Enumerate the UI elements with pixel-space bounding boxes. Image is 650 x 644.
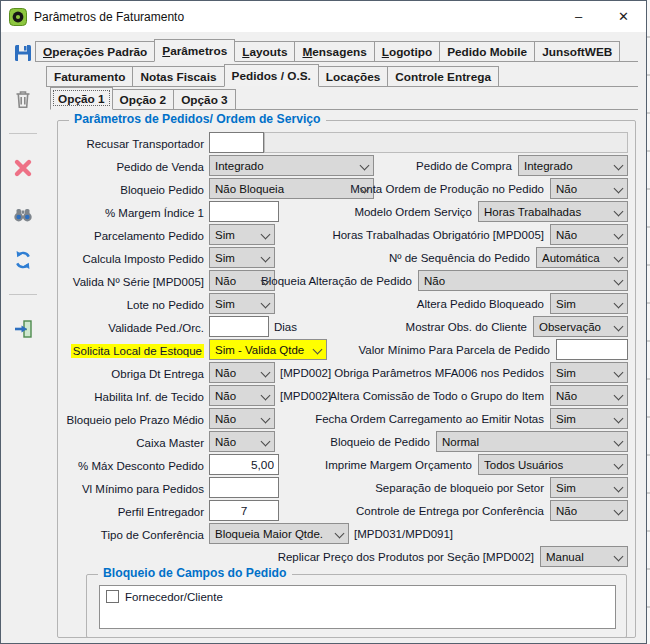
margem-indice-1-input[interactable]	[209, 201, 279, 222]
tab-label: JunsoftWEB	[542, 45, 612, 59]
max-desconto-pedido-input[interactable]	[209, 454, 279, 475]
separacao-de-bloqueio-por-setor-combo[interactable]: Sim	[550, 477, 628, 498]
parcelamento-pedido-combo[interactable]: Sim	[209, 224, 275, 245]
combo-value: Sim	[215, 229, 259, 241]
pedido-de-venda-combo[interactable]: Integrado	[209, 155, 374, 176]
chevron-down-icon	[614, 276, 624, 286]
tab-opcao-2[interactable]: Opção 2	[112, 89, 175, 109]
form-row: Bloqueio pelo Prazo MédioNãoFecha Ordem …	[66, 407, 628, 430]
recusar-transportador-input[interactable]	[209, 132, 264, 153]
tab-junsoftweb[interactable]: JunsoftWEB	[534, 41, 620, 61]
tab-mensagens[interactable]: Mensagens	[294, 41, 374, 61]
tab-opcao-3[interactable]: Opção 3	[173, 89, 236, 109]
field-label: Bloqueio pelo Prazo Médio	[67, 414, 204, 426]
habilita-inf-de-tecido-combo[interactable]: Não	[209, 385, 275, 406]
tab-notas-fiscais[interactable]: Notas Fiscais	[132, 66, 224, 86]
exit-button[interactable]	[11, 317, 35, 341]
left-control-cell	[209, 132, 264, 153]
search-button[interactable]	[11, 202, 35, 226]
chevron-down-icon	[614, 414, 624, 424]
right-cell: Nº de Sequência do PedidoAutomática	[275, 247, 628, 268]
fornecedor-cliente-checkbox[interactable]	[106, 590, 119, 603]
imprime-margem-orcamento-combo[interactable]: Todos Usuários	[478, 454, 628, 475]
left-label-cell: Lote no Pedido	[66, 295, 204, 313]
chevron-down-icon	[261, 253, 271, 263]
tab-pedidos-o-s[interactable]: Pedidos / O.S.	[224, 64, 319, 87]
chevron-down-icon	[614, 506, 624, 516]
minimize-button[interactable]: –	[556, 1, 601, 32]
valida-n-serie-mpd005-combo[interactable]: Não	[209, 270, 275, 291]
tab-logotipo[interactable]: Logotipo	[374, 41, 440, 61]
tab-layouts[interactable]: Layouts	[234, 41, 295, 61]
left-label-cell: Validade Ped./Orc.	[66, 318, 204, 336]
tab-opcao-1[interactable]: Opção 1	[50, 87, 113, 110]
tab-parametros[interactable]: Parâmetros	[154, 39, 235, 62]
search-binoculars-icon	[12, 203, 34, 225]
lote-no-pedido-combo[interactable]: Sim	[209, 293, 275, 314]
combo-value: Não	[215, 390, 259, 402]
field-label: Vl Mínimo para Pedidos	[82, 483, 204, 495]
altera-pedido-bloqueado-combo[interactable]: Sim	[550, 293, 628, 314]
obriga-dt-entrega-combo[interactable]: Não	[209, 362, 275, 383]
delete-button[interactable]	[11, 87, 35, 111]
monta-ordem-de-producao-no-pedido-combo[interactable]: Não	[550, 178, 628, 199]
window-title: Parâmetros de Faturamento	[34, 10, 184, 24]
field-label: [MPD002]	[280, 390, 331, 402]
field-label: Recusar Transportador	[86, 138, 204, 150]
calcula-imposto-pedido-combo[interactable]: Sim	[209, 247, 275, 268]
combo-value: Não	[215, 413, 259, 425]
bloqueia-alteracao-de-pedido-combo[interactable]: Não	[418, 270, 628, 291]
refresh-button[interactable]	[11, 248, 35, 272]
tab-locacoes[interactable]: Locações	[318, 66, 388, 86]
bloqueio-de-pedido-combo[interactable]: Normal	[436, 431, 628, 452]
obriga-parametros-mfa006-nos-pedidos-combo[interactable]: Sim	[550, 362, 628, 383]
cancel-button[interactable]	[11, 156, 35, 180]
tipo-de-conferencia-combo[interactable]: Bloqueia Maior Qtde.	[209, 523, 349, 544]
modelo-ordem-servico-combo[interactable]: Horas Trabalhadas	[478, 201, 628, 222]
altera-comissao-de-todo-o-grupo-do-item-combo[interactable]: Não	[550, 385, 628, 406]
close-button[interactable]: ✕	[601, 1, 646, 32]
field-label: Tipo de Conferência	[101, 529, 204, 541]
checkbox-label: Fornecedor/Cliente	[125, 591, 223, 603]
chevron-down-icon	[614, 299, 624, 309]
vl-minimo-para-pedidos-input[interactable]	[209, 477, 279, 498]
field-label: Bloqueia Alteração de Pedido	[261, 275, 412, 287]
form-row: % Máx Desconto PedidoImprime Margem Orça…	[66, 453, 628, 476]
n-de-sequencia-do-pedido-combo[interactable]: Automática	[536, 247, 628, 268]
parametros-pedidos-groupbox: Parâmetros de Pedidos/ Ordem de Serviço …	[57, 120, 636, 638]
left-control-cell	[209, 500, 279, 521]
campos-listbox[interactable]: Fornecedor/Cliente	[99, 585, 616, 629]
perfil-entregador-input[interactable]	[209, 500, 279, 521]
pedido-de-compra-combo[interactable]: Integrado	[518, 155, 628, 176]
delete-icon	[12, 88, 34, 110]
bloqueio-pelo-prazo-medio-combo[interactable]: Não	[209, 408, 275, 429]
controle-de-entrega-por-conferencia-combo[interactable]: Não	[550, 500, 628, 521]
title-bar: Parâmetros de Faturamento – ✕	[1, 1, 646, 32]
field-label: Bloqueio de Pedido	[330, 436, 430, 448]
tab-controle-entrega[interactable]: Controle Entrega	[387, 66, 499, 86]
tab-operacoes-padrao[interactable]: Operações Padrão	[35, 41, 155, 61]
tab-pedido-mobile[interactable]: Pedido Mobile	[439, 41, 535, 61]
chevron-down-icon	[335, 529, 345, 539]
tab-faturamento[interactable]: Faturamento	[46, 66, 133, 86]
caixa-master-combo[interactable]: Não	[209, 431, 275, 452]
field-label: % Margem Índice 1	[105, 207, 204, 219]
save-button[interactable]	[11, 41, 35, 65]
validade-ped-orc-input[interactable]	[209, 316, 269, 337]
left-label-cell: Tipo de Conferência	[66, 525, 204, 543]
combo-value: Não	[215, 436, 259, 448]
form-row: Calcula Imposto PedidoSimNº de Sequência…	[66, 246, 628, 269]
replicar-preco-dos-produtos-por-secao-mpd002-combo[interactable]: Manual	[540, 546, 628, 567]
left-label-cell: Recusar Transportador	[66, 134, 204, 152]
right-cell: Fecha Ordem Carregamento ao Emitir Notas…	[275, 408, 628, 429]
recusar-transportador-extra-disabled-field	[264, 132, 628, 153]
horas-trabalhadas-obrigatorio-mpd005-combo[interactable]: Não	[550, 224, 628, 245]
field-label: Obriga Dt Entrega	[111, 368, 204, 380]
right-cell: Horas Trabalhadas Obrigatório [MPD005]Nã…	[275, 224, 628, 245]
mostrar-obs-do-cliente-combo[interactable]: Observação	[533, 316, 628, 337]
solicita-local-de-estoque-combo[interactable]: Sim - Valida Qtde	[209, 339, 327, 360]
tab-label: Mensagens	[302, 45, 366, 59]
fecha-ordem-carregamento-ao-emitir-notas-combo[interactable]: Sim	[550, 408, 628, 429]
bloqueio-pedido-combo[interactable]: Não Bloqueia	[209, 178, 374, 199]
valor-minimo-para-parcela-de-pedido-input[interactable]	[556, 339, 628, 360]
